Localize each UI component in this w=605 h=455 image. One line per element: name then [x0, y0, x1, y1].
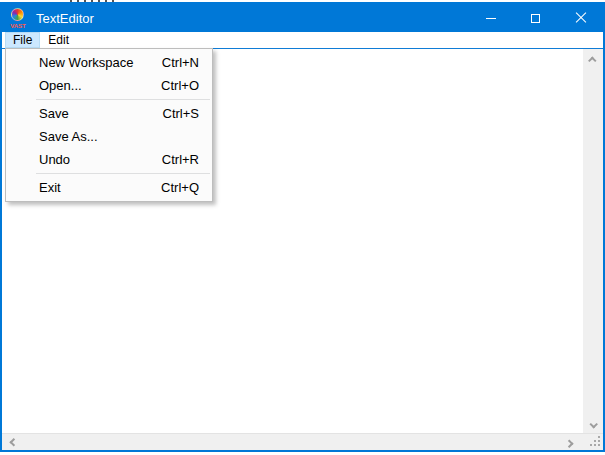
menu-item-label: Save	[39, 106, 69, 121]
app-window: VAST TextEditor File Edit	[0, 2, 605, 452]
maximize-button[interactable]	[513, 4, 558, 32]
maximize-icon	[531, 14, 540, 23]
menu-separator	[36, 99, 210, 100]
minimize-button[interactable]	[468, 4, 513, 32]
menu-item-undo[interactable]: Undo Ctrl+R	[6, 148, 212, 171]
menu-item-label: Open...	[39, 78, 82, 93]
menu-item-open[interactable]: Open... Ctrl+O	[6, 74, 212, 97]
menu-bar: File Edit	[2, 32, 603, 48]
vast-logo-icon: VAST	[8, 7, 28, 29]
menubar-item-edit[interactable]: Edit	[40, 32, 77, 48]
chevron-down-icon	[589, 420, 597, 428]
menu-item-shortcut: Ctrl+R	[162, 152, 212, 167]
menu-item-shortcut: Ctrl+N	[162, 55, 212, 70]
vertical-scrollbar[interactable]	[583, 49, 603, 433]
scroll-down-button[interactable]	[583, 416, 603, 433]
close-button[interactable]	[558, 4, 603, 32]
chevron-up-icon	[588, 56, 596, 64]
chevron-right-icon	[565, 439, 573, 447]
close-icon	[575, 12, 587, 24]
menu-item-label: New Workspace	[39, 55, 133, 70]
scroll-left-button[interactable]	[4, 434, 22, 450]
menu-item-label: Exit	[39, 180, 61, 195]
vast-logo-text: VAST	[8, 23, 28, 29]
menu-item-label: Undo	[39, 152, 70, 167]
window-title: TextEditor	[36, 11, 94, 26]
color-wheel-icon	[11, 8, 24, 21]
menu-item-new-workspace[interactable]: New Workspace Ctrl+N	[6, 51, 212, 74]
menu-item-exit[interactable]: Exit Ctrl+Q	[6, 176, 212, 199]
menu-item-save-as[interactable]: Save As...	[6, 125, 212, 148]
minimize-icon	[486, 18, 496, 19]
scroll-up-button[interactable]	[583, 51, 603, 68]
menu-item-shortcut: Ctrl+Q	[161, 180, 212, 195]
menu-separator	[36, 173, 210, 174]
menu-item-shortcut: Ctrl+O	[161, 78, 212, 93]
chevron-left-icon	[9, 438, 17, 446]
resize-grip-icon[interactable]	[590, 436, 600, 446]
horizontal-scrollbar[interactable]	[2, 433, 603, 450]
menu-item-shortcut: Ctrl+S	[163, 106, 212, 121]
menu-item-label: Save As...	[39, 129, 98, 144]
title-bar[interactable]: VAST TextEditor	[2, 4, 603, 32]
file-dropdown-menu: New Workspace Ctrl+N Open... Ctrl+O Save…	[5, 48, 213, 202]
menubar-item-file[interactable]: File	[5, 32, 40, 48]
menu-item-save[interactable]: Save Ctrl+S	[6, 102, 212, 125]
scroll-right-button[interactable]	[561, 434, 579, 450]
